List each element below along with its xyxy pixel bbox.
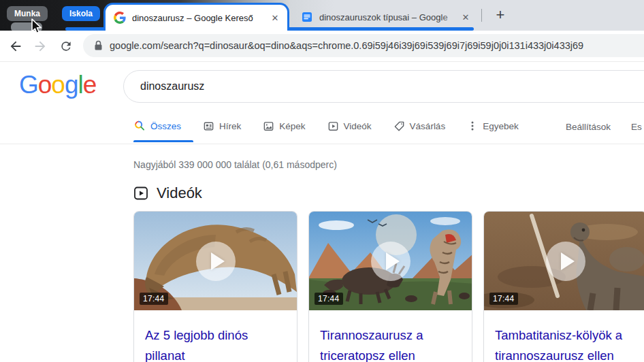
tab-osszes[interactable]: Összes [133, 120, 181, 132]
tab-vasarlas[interactable]: Vásárlás [393, 120, 446, 132]
tab-strip: Munka Iskola dinoszaurusz – Google Keres… [0, 0, 644, 31]
video-thumbnail[interactable]: 17:44 [309, 212, 472, 310]
reload-button[interactable] [57, 37, 75, 55]
tab-google-search[interactable]: dinoszaurusz – Google Kereső ✕ [103, 3, 289, 31]
browser-window: Munka Iskola dinoszaurusz – Google Keres… [0, 0, 644, 362]
play-button-overlay [196, 242, 236, 281]
mouse-cursor [29, 18, 44, 35]
video-thumbnail[interactable]: 17:44 [134, 212, 297, 310]
play-button-overlay [371, 242, 410, 281]
tab-kepek[interactable]: Képek [263, 120, 305, 132]
video-thumbnail[interactable]: 17:44 [484, 212, 644, 310]
tab-group-chip-iskola[interactable]: Iskola [62, 6, 100, 21]
tab-videok[interactable]: Videók [327, 120, 372, 132]
video-icon [327, 120, 339, 132]
tab-title: dinoszaurusz – Google Kereső [132, 13, 268, 23]
back-button[interactable] [7, 37, 25, 55]
tools-menu[interactable]: Es [631, 122, 642, 132]
play-icon [561, 252, 575, 270]
active-tab-underline [133, 140, 193, 142]
search-icon [133, 120, 146, 132]
google-docs-icon [301, 11, 313, 23]
new-tab-button[interactable]: + [490, 5, 511, 25]
search-query-text: dinoszaurusz [140, 80, 204, 93]
lock-icon[interactable] [94, 40, 103, 51]
video-card: 17:44 Az 5 legjobb dinós pillanat [133, 211, 297, 362]
video-title-link[interactable]: Az 5 legjobb dinós pillanat [134, 310, 297, 362]
video-duration-badge: 17:44 [489, 293, 518, 305]
tab-title: dinoszauruszok típusai – Google [319, 12, 459, 22]
result-stats: Nagyjából 339 000 000 találat (0,61 máso… [133, 159, 337, 170]
search-input[interactable]: dinoszaurusz [123, 70, 644, 103]
more-vertical-icon [467, 120, 478, 131]
images-icon [263, 120, 274, 132]
play-button-overlay [546, 242, 585, 281]
nav-divider [0, 144, 644, 144]
url-text: google.com/search?q=dinosaur&oq=dino&aqs… [110, 40, 583, 51]
tab-separator [481, 9, 482, 22]
video-card: 17:44 Tirannoszaurusz a triceratopsz ell… [308, 211, 472, 362]
video-title-link[interactable]: Tirannoszaurusz a triceratopsz ellen [309, 310, 472, 362]
close-tab-icon[interactable]: ✕ [459, 10, 472, 24]
tab-hirek[interactable]: Hírek [203, 120, 241, 132]
news-icon [203, 120, 214, 132]
settings-menu[interactable]: Beállítások [566, 122, 611, 132]
video-card: 17:44 Tambatitanisz-kölyök a tirannoszau… [483, 211, 644, 362]
address-bar[interactable]: google.com/search?q=dinosaur&oq=dino&aqs… [83, 34, 644, 57]
tab-egyebek[interactable]: Egyebek [467, 120, 519, 131]
browser-toolbar: google.com/search?q=dinosaur&oq=dino&aqs… [0, 31, 644, 62]
play-icon [386, 252, 400, 270]
video-cards-row: 17:44 Az 5 legjobb dinós pillanat [133, 211, 644, 362]
shopping-tag-icon [393, 120, 405, 132]
videos-section-header: Videók [133, 184, 202, 202]
play-icon [211, 252, 225, 270]
video-duration-badge: 17:44 [315, 293, 343, 305]
tab-google-docs[interactable]: dinoszauruszok típusai – Google ✕ [294, 5, 477, 29]
video-duration-badge: 17:44 [140, 293, 168, 305]
close-tab-icon[interactable]: ✕ [268, 11, 282, 24]
google-g-icon [114, 12, 126, 24]
videos-header-icon [133, 186, 148, 201]
google-logo[interactable]: Google [19, 71, 96, 99]
videos-section-title: Videók [157, 184, 202, 202]
result-nav-right: Beállítások Es [566, 122, 642, 132]
forward-button[interactable] [31, 37, 49, 55]
result-nav: Összes Hírek Képek Videók [133, 120, 519, 132]
video-title-link[interactable]: Tambatitanisz-kölyök a tirannoszaurusz e… [484, 310, 644, 362]
